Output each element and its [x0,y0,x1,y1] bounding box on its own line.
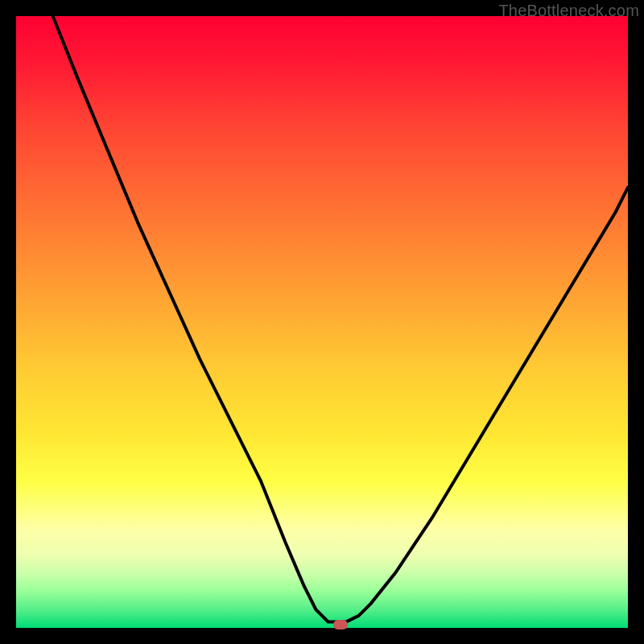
bottleneck-curve [53,16,628,621]
chart-container: TheBottleneck.com [0,0,644,644]
plot-area [16,16,628,628]
curve-svg [16,16,628,628]
minimum-marker [333,620,348,630]
